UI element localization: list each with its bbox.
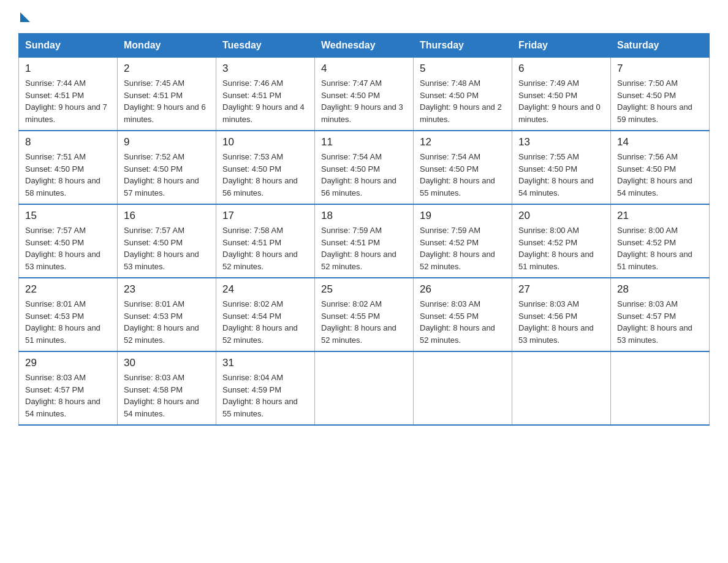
calendar-day-cell: 21 Sunrise: 8:00 AMSunset: 4:52 PMDaylig… [611,204,710,278]
day-info: Sunrise: 8:02 AMSunset: 4:54 PMDaylight:… [222,298,308,346]
day-number: 26 [420,283,506,296]
day-info: Sunrise: 8:03 AMSunset: 4:57 PMDaylight:… [25,372,111,419]
day-info: Sunrise: 8:03 AMSunset: 4:58 PMDaylight:… [124,372,210,419]
day-number: 13 [518,136,604,148]
calendar-day-cell: 9 Sunrise: 7:52 AMSunset: 4:50 PMDayligh… [118,131,216,204]
day-info: Sunrise: 7:54 AMSunset: 4:50 PMDaylight:… [321,151,407,199]
day-number: 20 [518,210,604,222]
day-number: 7 [617,63,703,75]
day-number: 22 [25,283,111,296]
day-number: 16 [124,210,210,222]
calendar-day-cell: 29 Sunrise: 8:03 AMSunset: 4:57 PMDaylig… [19,351,118,425]
day-info: Sunrise: 7:59 AMSunset: 4:52 PMDaylight:… [420,224,506,272]
day-number: 24 [222,283,308,296]
logo [18,12,30,22]
page-header [18,12,710,22]
calendar-week-row: 8 Sunrise: 7:51 AMSunset: 4:50 PMDayligh… [19,131,710,204]
day-info: Sunrise: 7:58 AMSunset: 4:51 PMDaylight:… [222,224,308,272]
calendar-week-row: 22 Sunrise: 8:01 AMSunset: 4:53 PMDaylig… [19,278,710,351]
day-info: Sunrise: 8:03 AMSunset: 4:55 PMDaylight:… [420,298,506,346]
calendar-day-cell: 23 Sunrise: 8:01 AMSunset: 4:53 PMDaylig… [118,278,216,351]
day-info: Sunrise: 7:59 AMSunset: 4:51 PMDaylight:… [321,224,407,272]
calendar-day-cell: 4 Sunrise: 7:47 AMSunset: 4:50 PMDayligh… [315,58,414,131]
calendar-day-cell: 25 Sunrise: 8:02 AMSunset: 4:55 PMDaylig… [315,278,414,351]
calendar-day-cell [611,351,710,425]
weekday-header-thursday: Thursday [414,34,512,58]
day-info: Sunrise: 7:53 AMSunset: 4:50 PMDaylight:… [222,151,308,199]
calendar-day-cell: 15 Sunrise: 7:57 AMSunset: 4:50 PMDaylig… [19,204,118,278]
day-number: 30 [124,357,210,369]
day-info: Sunrise: 7:47 AMSunset: 4:50 PMDaylight:… [321,77,407,125]
day-info: Sunrise: 8:00 AMSunset: 4:52 PMDaylight:… [518,224,604,272]
calendar-day-cell: 3 Sunrise: 7:46 AMSunset: 4:51 PMDayligh… [216,58,315,131]
weekday-header-saturday: Saturday [611,34,710,58]
calendar-day-cell: 12 Sunrise: 7:54 AMSunset: 4:50 PMDaylig… [414,131,512,204]
day-number: 14 [617,136,703,148]
day-number: 15 [25,210,111,222]
day-info: Sunrise: 8:01 AMSunset: 4:53 PMDaylight:… [25,298,111,346]
day-info: Sunrise: 7:56 AMSunset: 4:50 PMDaylight:… [617,151,703,199]
calendar-week-row: 29 Sunrise: 8:03 AMSunset: 4:57 PMDaylig… [19,351,710,425]
day-number: 27 [518,283,604,296]
calendar-day-cell: 28 Sunrise: 8:03 AMSunset: 4:57 PMDaylig… [611,278,710,351]
day-number: 12 [420,136,506,148]
day-number: 17 [222,210,308,222]
calendar-week-row: 15 Sunrise: 7:57 AMSunset: 4:50 PMDaylig… [19,204,710,278]
day-number: 31 [222,357,308,369]
weekday-header-row: SundayMondayTuesdayWednesdayThursdayFrid… [19,34,710,58]
calendar-day-cell: 16 Sunrise: 7:57 AMSunset: 4:50 PMDaylig… [118,204,216,278]
day-number: 25 [321,283,407,296]
day-number: 5 [420,63,506,75]
day-number: 23 [124,283,210,296]
calendar-day-cell: 7 Sunrise: 7:50 AMSunset: 4:50 PMDayligh… [611,58,710,131]
calendar-day-cell: 19 Sunrise: 7:59 AMSunset: 4:52 PMDaylig… [414,204,512,278]
calendar-day-cell: 30 Sunrise: 8:03 AMSunset: 4:58 PMDaylig… [118,351,216,425]
calendar-day-cell: 31 Sunrise: 8:04 AMSunset: 4:59 PMDaylig… [216,351,315,425]
calendar-day-cell: 26 Sunrise: 8:03 AMSunset: 4:55 PMDaylig… [414,278,512,351]
calendar-day-cell: 11 Sunrise: 7:54 AMSunset: 4:50 PMDaylig… [315,131,414,204]
calendar-day-cell: 5 Sunrise: 7:48 AMSunset: 4:50 PMDayligh… [414,58,512,131]
day-number: 19 [420,210,506,222]
calendar-day-cell [315,351,414,425]
day-number: 2 [124,63,210,75]
day-number: 10 [222,136,308,148]
weekday-header-wednesday: Wednesday [315,34,414,58]
day-number: 18 [321,210,407,222]
calendar-day-cell: 8 Sunrise: 7:51 AMSunset: 4:50 PMDayligh… [19,131,118,204]
day-info: Sunrise: 7:50 AMSunset: 4:50 PMDaylight:… [617,77,703,125]
day-number: 4 [321,63,407,75]
calendar-day-cell: 10 Sunrise: 7:53 AMSunset: 4:50 PMDaylig… [216,131,315,204]
day-info: Sunrise: 7:45 AMSunset: 4:51 PMDaylight:… [124,77,210,125]
day-info: Sunrise: 7:52 AMSunset: 4:50 PMDaylight:… [124,151,210,199]
calendar-day-cell: 13 Sunrise: 7:55 AMSunset: 4:50 PMDaylig… [512,131,611,204]
day-info: Sunrise: 8:03 AMSunset: 4:56 PMDaylight:… [518,298,604,346]
weekday-header-tuesday: Tuesday [216,34,315,58]
day-number: 28 [617,283,703,296]
day-number: 6 [518,63,604,75]
day-info: Sunrise: 7:55 AMSunset: 4:50 PMDaylight:… [518,151,604,199]
calendar-day-cell: 20 Sunrise: 8:00 AMSunset: 4:52 PMDaylig… [512,204,611,278]
calendar-table: SundayMondayTuesdayWednesdayThursdayFrid… [18,33,710,426]
day-info: Sunrise: 8:02 AMSunset: 4:55 PMDaylight:… [321,298,407,346]
calendar-day-cell: 14 Sunrise: 7:56 AMSunset: 4:50 PMDaylig… [611,131,710,204]
calendar-week-row: 1 Sunrise: 7:44 AMSunset: 4:51 PMDayligh… [19,58,710,131]
day-number: 21 [617,210,703,222]
calendar-day-cell: 1 Sunrise: 7:44 AMSunset: 4:51 PMDayligh… [19,58,118,131]
logo-triangle-icon [20,12,30,22]
calendar-day-cell: 17 Sunrise: 7:58 AMSunset: 4:51 PMDaylig… [216,204,315,278]
weekday-header-sunday: Sunday [19,34,118,58]
calendar-day-cell: 24 Sunrise: 8:02 AMSunset: 4:54 PMDaylig… [216,278,315,351]
day-info: Sunrise: 7:54 AMSunset: 4:50 PMDaylight:… [420,151,506,199]
day-info: Sunrise: 8:03 AMSunset: 4:57 PMDaylight:… [617,298,703,346]
day-info: Sunrise: 7:49 AMSunset: 4:50 PMDaylight:… [518,77,604,125]
day-info: Sunrise: 8:00 AMSunset: 4:52 PMDaylight:… [617,224,703,272]
calendar-day-cell [512,351,611,425]
day-info: Sunrise: 7:57 AMSunset: 4:50 PMDaylight:… [124,224,210,272]
day-info: Sunrise: 7:46 AMSunset: 4:51 PMDaylight:… [222,77,308,125]
day-info: Sunrise: 7:44 AMSunset: 4:51 PMDaylight:… [25,77,111,125]
weekday-header-monday: Monday [118,34,216,58]
day-info: Sunrise: 7:57 AMSunset: 4:50 PMDaylight:… [25,224,111,272]
calendar-day-cell: 2 Sunrise: 7:45 AMSunset: 4:51 PMDayligh… [118,58,216,131]
calendar-day-cell: 18 Sunrise: 7:59 AMSunset: 4:51 PMDaylig… [315,204,414,278]
day-info: Sunrise: 8:04 AMSunset: 4:59 PMDaylight:… [222,372,308,419]
